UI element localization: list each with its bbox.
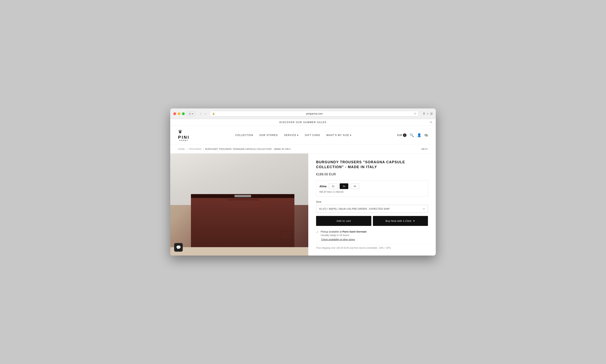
- product-buttons: Add to cart Buy Now with 1-Click ✦: [316, 216, 428, 226]
- fullscreen-traffic-light[interactable]: [182, 112, 185, 115]
- product-price: €189.00 EUR: [316, 173, 428, 176]
- close-traffic-light[interactable]: [173, 112, 176, 115]
- nav-item-collection[interactable]: COLLECTION: [235, 134, 253, 137]
- breadcrumb-home[interactable]: HOME: [178, 148, 185, 150]
- service-dropdown-icon: ▾: [297, 134, 299, 137]
- logo-area[interactable]: ♛ PINI PARMA: [178, 129, 189, 142]
- cart-button[interactable]: 🛍: [424, 133, 428, 137]
- browser-actions: ⬆ + ⊞: [423, 112, 433, 116]
- currency-count: 2: [403, 133, 406, 137]
- product-details: BURGUNDY TROUSERS "SORAGNA CAPSULE COLLE…: [308, 154, 436, 256]
- currency-selector[interactable]: EUR 2: [397, 133, 406, 137]
- buy-now-label: Buy Now with 1-Click: [386, 220, 411, 222]
- alma-options: Alma 2x 3x 4x: [319, 183, 425, 189]
- alma-option-3x[interactable]: 3x: [340, 183, 348, 189]
- product-layout: 💬 BURGUNDY TROUSERS "SORAGNA CAPSULE COL…: [170, 154, 436, 256]
- browser-window: ⊟ ▾ ‹ › 🔒 piniparma.com ↻ ⬆ + ⊞ DISCOVER…: [170, 108, 436, 256]
- url-text: piniparma.com: [216, 112, 413, 115]
- trousers-visual: [191, 196, 295, 247]
- pickup-details: Pickup available at Paris Saint Germain …: [321, 230, 367, 237]
- account-button[interactable]: 👤: [417, 133, 421, 137]
- logo-text: PINI: [178, 135, 189, 140]
- alma-widget: Alma 2x 3x 4x €65.97 then 2 x €63.00: [316, 180, 428, 197]
- logo-subtitle: PARMA: [178, 140, 189, 142]
- announcement-close-button[interactable]: ×: [430, 120, 432, 124]
- browser-nav-controls: ‹ ›: [199, 111, 207, 116]
- reload-button[interactable]: ↻: [414, 112, 416, 115]
- buy-now-sparkle-icon: ✦: [413, 220, 415, 222]
- size-label: Size: [316, 201, 428, 203]
- address-bar[interactable]: 🔒 piniparma.com ↻: [210, 111, 419, 117]
- traffic-lights: [173, 112, 185, 115]
- alma-option-2x[interactable]: 2x: [329, 183, 337, 189]
- size-dropdown-icon: ▾: [350, 134, 352, 137]
- main-nav: COLLECTION OUR STORES SERVICE ▾ GIFT CAR…: [235, 134, 351, 137]
- nav-right: EUR 2 🔍 👤 🛍: [397, 133, 428, 137]
- breadcrumb-next[interactable]: NEXT: [421, 148, 428, 150]
- pickup-check-icon: ✓: [316, 230, 319, 234]
- shipping-text: Free shipping over 100.00 EUR and free r…: [316, 244, 428, 249]
- pickup-info: ✓ Pickup available at Paris Saint Germai…: [316, 230, 428, 237]
- chat-button[interactable]: 💬: [174, 243, 183, 252]
- pickup-text: Pickup available at Paris Saint Germain: [321, 230, 367, 234]
- back-button[interactable]: ‹: [199, 111, 202, 116]
- lock-icon: 🔒: [212, 112, 215, 115]
- sidebar-toggle-button[interactable]: ⊟ ▾: [187, 111, 195, 116]
- breadcrumb-trousers[interactable]: TROUSERS: [189, 148, 202, 150]
- breadcrumb-current: BURGUNDY TROUSERS "SORAGNA CAPSULE COLLE…: [205, 148, 291, 150]
- share-button[interactable]: ⬆: [423, 112, 425, 116]
- logo: ♛ PINI PARMA: [178, 129, 189, 142]
- logo-icon: ♛: [178, 129, 189, 134]
- header: ♛ PINI PARMA COLLECTION OUR STORES SERVI…: [170, 126, 436, 145]
- nav-item-service[interactable]: SERVICE ▾: [284, 134, 298, 137]
- page-content: DISCOVER OUR SUMMER SALES × ♛ PINI PARMA…: [170, 119, 436, 256]
- tab-overview-button[interactable]: ⊞: [430, 112, 433, 116]
- announcement-bar: DISCOVER OUR SUMMER SALES ×: [170, 119, 436, 126]
- forward-button[interactable]: ›: [204, 111, 207, 116]
- nav-item-whats-my-size[interactable]: WHAT'S MY SIZE ▾: [326, 134, 351, 137]
- product-image: [170, 154, 308, 247]
- size-selector[interactable]: 42 (IT) / 36(FR) / 26(UK-US) PRE-ORDER -…: [316, 205, 428, 213]
- chat-icon: 💬: [176, 245, 181, 250]
- add-to-cart-button[interactable]: Add to cart: [316, 216, 371, 226]
- pickup-ready-text: Usually ready in 24 hours: [321, 234, 367, 237]
- product-image-area: 💬: [170, 154, 308, 256]
- nav-item-our-stores[interactable]: OUR STORES: [259, 134, 278, 137]
- minimize-traffic-light[interactable]: [178, 112, 180, 115]
- breadcrumb: HOME / TROUSERS / BURGUNDY TROUSERS "SOR…: [170, 145, 436, 154]
- nav-item-gift-card[interactable]: GIFT CARD: [305, 134, 320, 137]
- product-title: BURGUNDY TROUSERS "SORAGNA CAPSULE COLLE…: [316, 160, 428, 169]
- alma-brand: Alma: [319, 185, 326, 188]
- search-button[interactable]: 🔍: [410, 133, 414, 137]
- check-availability-link[interactable]: Check availability at other stores: [321, 238, 428, 241]
- alma-option-4x[interactable]: 4x: [351, 183, 359, 189]
- browser-chrome: ⊟ ▾ ‹ › 🔒 piniparma.com ↻ ⬆ + ⊞: [170, 108, 436, 119]
- breadcrumb-path: HOME / TROUSERS / BURGUNDY TROUSERS "SOR…: [178, 148, 291, 150]
- alma-price-text: €65.97 then 2 x €63.00: [319, 191, 425, 193]
- new-tab-button[interactable]: +: [427, 112, 429, 116]
- currency-label: EUR: [397, 134, 402, 137]
- buy-now-button[interactable]: Buy Now with 1-Click ✦: [373, 216, 428, 226]
- announcement-text: DISCOVER OUR SUMMER SALES: [279, 121, 326, 124]
